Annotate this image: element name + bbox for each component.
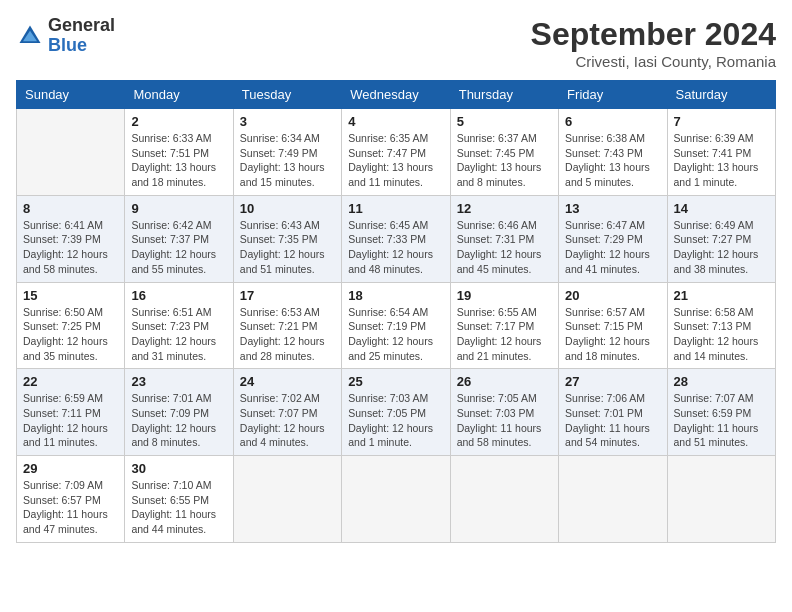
logo-text: General Blue xyxy=(48,16,115,56)
calendar-week-row: 8 Sunrise: 6:41 AMSunset: 7:39 PMDayligh… xyxy=(17,195,776,282)
day-number: 13 xyxy=(565,201,660,216)
table-row: 14 Sunrise: 6:49 AMSunset: 7:27 PMDaylig… xyxy=(667,195,775,282)
day-number: 15 xyxy=(23,288,118,303)
logo: General Blue xyxy=(16,16,115,56)
day-info: Sunrise: 7:05 AMSunset: 7:03 PMDaylight:… xyxy=(457,392,542,448)
day-number: 8 xyxy=(23,201,118,216)
calendar-week-row: 29 Sunrise: 7:09 AMSunset: 6:57 PMDaylig… xyxy=(17,456,776,543)
day-info: Sunrise: 6:41 AMSunset: 7:39 PMDaylight:… xyxy=(23,219,108,275)
day-info: Sunrise: 6:39 AMSunset: 7:41 PMDaylight:… xyxy=(674,132,759,188)
day-number: 14 xyxy=(674,201,769,216)
day-info: Sunrise: 6:35 AMSunset: 7:47 PMDaylight:… xyxy=(348,132,433,188)
day-info: Sunrise: 6:43 AMSunset: 7:35 PMDaylight:… xyxy=(240,219,325,275)
day-info: Sunrise: 7:03 AMSunset: 7:05 PMDaylight:… xyxy=(348,392,433,448)
day-info: Sunrise: 7:09 AMSunset: 6:57 PMDaylight:… xyxy=(23,479,108,535)
day-number: 6 xyxy=(565,114,660,129)
table-row: 23 Sunrise: 7:01 AMSunset: 7:09 PMDaylig… xyxy=(125,369,233,456)
table-row: 9 Sunrise: 6:42 AMSunset: 7:37 PMDayligh… xyxy=(125,195,233,282)
day-number: 27 xyxy=(565,374,660,389)
day-info: Sunrise: 6:42 AMSunset: 7:37 PMDaylight:… xyxy=(131,219,216,275)
header-friday: Friday xyxy=(559,81,667,109)
day-number: 10 xyxy=(240,201,335,216)
day-info: Sunrise: 6:53 AMSunset: 7:21 PMDaylight:… xyxy=(240,306,325,362)
calendar-week-row: 22 Sunrise: 6:59 AMSunset: 7:11 PMDaylig… xyxy=(17,369,776,456)
table-row: 16 Sunrise: 6:51 AMSunset: 7:23 PMDaylig… xyxy=(125,282,233,369)
table-row xyxy=(667,456,775,543)
day-info: Sunrise: 7:07 AMSunset: 6:59 PMDaylight:… xyxy=(674,392,759,448)
page-header: General Blue September 2024 Crivesti, Ia… xyxy=(16,16,776,70)
day-info: Sunrise: 6:33 AMSunset: 7:51 PMDaylight:… xyxy=(131,132,216,188)
table-row: 25 Sunrise: 7:03 AMSunset: 7:05 PMDaylig… xyxy=(342,369,450,456)
calendar-week-row: 2 Sunrise: 6:33 AMSunset: 7:51 PMDayligh… xyxy=(17,109,776,196)
day-info: Sunrise: 6:51 AMSunset: 7:23 PMDaylight:… xyxy=(131,306,216,362)
day-number: 12 xyxy=(457,201,552,216)
table-row: 17 Sunrise: 6:53 AMSunset: 7:21 PMDaylig… xyxy=(233,282,341,369)
day-number: 30 xyxy=(131,461,226,476)
table-row: 20 Sunrise: 6:57 AMSunset: 7:15 PMDaylig… xyxy=(559,282,667,369)
day-number: 11 xyxy=(348,201,443,216)
day-number: 17 xyxy=(240,288,335,303)
table-row: 4 Sunrise: 6:35 AMSunset: 7:47 PMDayligh… xyxy=(342,109,450,196)
calendar-header-row: Sunday Monday Tuesday Wednesday Thursday… xyxy=(17,81,776,109)
day-number: 20 xyxy=(565,288,660,303)
day-number: 23 xyxy=(131,374,226,389)
day-number: 9 xyxy=(131,201,226,216)
day-info: Sunrise: 6:37 AMSunset: 7:45 PMDaylight:… xyxy=(457,132,542,188)
day-info: Sunrise: 6:46 AMSunset: 7:31 PMDaylight:… xyxy=(457,219,542,275)
table-row: 27 Sunrise: 7:06 AMSunset: 7:01 PMDaylig… xyxy=(559,369,667,456)
day-number: 21 xyxy=(674,288,769,303)
day-number: 25 xyxy=(348,374,443,389)
day-number: 4 xyxy=(348,114,443,129)
table-row: 5 Sunrise: 6:37 AMSunset: 7:45 PMDayligh… xyxy=(450,109,558,196)
day-info: Sunrise: 6:34 AMSunset: 7:49 PMDaylight:… xyxy=(240,132,325,188)
calendar-week-row: 15 Sunrise: 6:50 AMSunset: 7:25 PMDaylig… xyxy=(17,282,776,369)
table-row: 11 Sunrise: 6:45 AMSunset: 7:33 PMDaylig… xyxy=(342,195,450,282)
day-info: Sunrise: 7:06 AMSunset: 7:01 PMDaylight:… xyxy=(565,392,650,448)
day-info: Sunrise: 6:38 AMSunset: 7:43 PMDaylight:… xyxy=(565,132,650,188)
day-number: 7 xyxy=(674,114,769,129)
day-info: Sunrise: 6:47 AMSunset: 7:29 PMDaylight:… xyxy=(565,219,650,275)
day-number: 26 xyxy=(457,374,552,389)
header-tuesday: Tuesday xyxy=(233,81,341,109)
day-number: 3 xyxy=(240,114,335,129)
table-row: 28 Sunrise: 7:07 AMSunset: 6:59 PMDaylig… xyxy=(667,369,775,456)
table-row xyxy=(559,456,667,543)
table-row: 7 Sunrise: 6:39 AMSunset: 7:41 PMDayligh… xyxy=(667,109,775,196)
header-monday: Monday xyxy=(125,81,233,109)
table-row xyxy=(450,456,558,543)
header-sunday: Sunday xyxy=(17,81,125,109)
day-number: 29 xyxy=(23,461,118,476)
table-row: 15 Sunrise: 6:50 AMSunset: 7:25 PMDaylig… xyxy=(17,282,125,369)
day-info: Sunrise: 7:10 AMSunset: 6:55 PMDaylight:… xyxy=(131,479,216,535)
logo-icon xyxy=(16,22,44,50)
table-row: 24 Sunrise: 7:02 AMSunset: 7:07 PMDaylig… xyxy=(233,369,341,456)
table-row: 30 Sunrise: 7:10 AMSunset: 6:55 PMDaylig… xyxy=(125,456,233,543)
day-number: 18 xyxy=(348,288,443,303)
header-thursday: Thursday xyxy=(450,81,558,109)
table-row xyxy=(17,109,125,196)
table-row: 13 Sunrise: 6:47 AMSunset: 7:29 PMDaylig… xyxy=(559,195,667,282)
day-number: 5 xyxy=(457,114,552,129)
day-info: Sunrise: 7:02 AMSunset: 7:07 PMDaylight:… xyxy=(240,392,325,448)
table-row xyxy=(342,456,450,543)
day-info: Sunrise: 6:50 AMSunset: 7:25 PMDaylight:… xyxy=(23,306,108,362)
table-row: 18 Sunrise: 6:54 AMSunset: 7:19 PMDaylig… xyxy=(342,282,450,369)
day-number: 19 xyxy=(457,288,552,303)
table-row: 29 Sunrise: 7:09 AMSunset: 6:57 PMDaylig… xyxy=(17,456,125,543)
day-number: 22 xyxy=(23,374,118,389)
table-row: 10 Sunrise: 6:43 AMSunset: 7:35 PMDaylig… xyxy=(233,195,341,282)
day-info: Sunrise: 6:55 AMSunset: 7:17 PMDaylight:… xyxy=(457,306,542,362)
table-row: 8 Sunrise: 6:41 AMSunset: 7:39 PMDayligh… xyxy=(17,195,125,282)
day-info: Sunrise: 6:49 AMSunset: 7:27 PMDaylight:… xyxy=(674,219,759,275)
table-row: 2 Sunrise: 6:33 AMSunset: 7:51 PMDayligh… xyxy=(125,109,233,196)
day-info: Sunrise: 6:57 AMSunset: 7:15 PMDaylight:… xyxy=(565,306,650,362)
day-info: Sunrise: 7:01 AMSunset: 7:09 PMDaylight:… xyxy=(131,392,216,448)
table-row xyxy=(233,456,341,543)
table-row: 6 Sunrise: 6:38 AMSunset: 7:43 PMDayligh… xyxy=(559,109,667,196)
title-block: September 2024 Crivesti, Iasi County, Ro… xyxy=(531,16,776,70)
table-row: 22 Sunrise: 6:59 AMSunset: 7:11 PMDaylig… xyxy=(17,369,125,456)
table-row: 26 Sunrise: 7:05 AMSunset: 7:03 PMDaylig… xyxy=(450,369,558,456)
table-row: 3 Sunrise: 6:34 AMSunset: 7:49 PMDayligh… xyxy=(233,109,341,196)
day-info: Sunrise: 6:59 AMSunset: 7:11 PMDaylight:… xyxy=(23,392,108,448)
day-number: 2 xyxy=(131,114,226,129)
